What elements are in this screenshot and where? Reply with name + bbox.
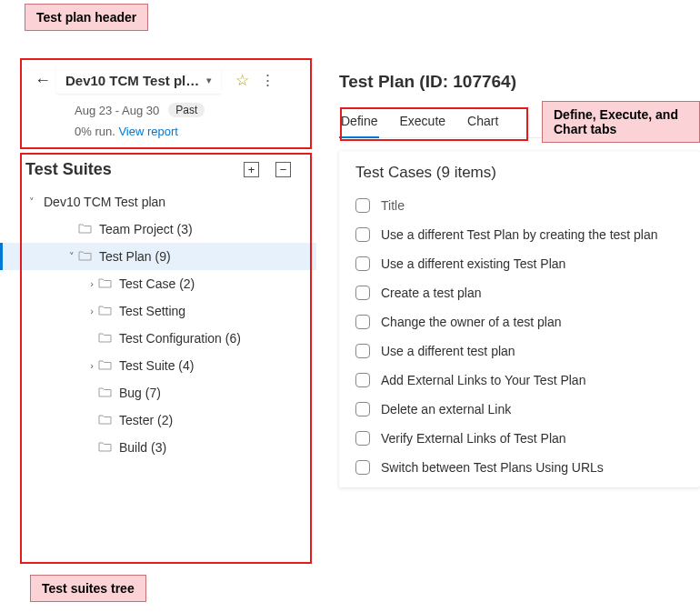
folder-icon (78, 249, 92, 264)
table-row[interactable]: Delete an external Link (339, 395, 700, 424)
table-row[interactable]: Use a different Test Plan by creating th… (339, 220, 700, 249)
folder-icon (98, 413, 112, 427)
case-title: Change the owner of a test plan (381, 315, 561, 329)
table-header-row: Title (339, 191, 700, 220)
folder-icon (98, 304, 112, 318)
tree-item[interactable]: ˅Test Plan (9) (0, 243, 316, 270)
tree-item-label: Bug (7) (119, 386, 161, 400)
table-row[interactable]: Use a different test plan (339, 336, 700, 366)
row-checkbox[interactable] (355, 402, 370, 416)
table-row[interactable]: Add External Links to Your Test Plan (339, 366, 700, 395)
run-percentage: 0% run. (75, 125, 115, 138)
test-suites-panel: Test Suites + − ˅ Dev10 TCM Test plan Te… (0, 155, 316, 461)
row-checkbox[interactable] (355, 227, 370, 242)
back-icon[interactable]: ← (35, 71, 51, 90)
chevron-down-icon: ▾ (206, 75, 212, 86)
row-checkbox[interactable] (355, 256, 370, 271)
tab-chart[interactable]: Chart (465, 106, 500, 137)
chevron-right-icon[interactable]: › (85, 278, 98, 289)
tree-item-label: Tester (2) (119, 413, 173, 427)
case-title: Use a different test plan (381, 344, 515, 358)
plan-title-label: Dev10 TCM Test pl… (65, 73, 199, 88)
favorite-icon[interactable]: ☆ (235, 71, 249, 90)
plan-title-dropdown[interactable]: Dev10 TCM Test pl… ▾ (56, 67, 221, 94)
tree-item[interactable]: Bug (7) (0, 379, 316, 406)
chevron-right-icon[interactable]: › (85, 306, 98, 316)
tree-root-label: Dev10 TCM Test plan (44, 195, 165, 209)
callout-tabs: Define, Execute, and Chart tabs (542, 101, 700, 143)
tree-item[interactable]: Team Project (3) (0, 216, 316, 243)
tab-execute[interactable]: Execute (397, 106, 447, 137)
row-checkbox[interactable] (355, 373, 370, 387)
tree-item[interactable]: ›Test Suite (4) (0, 352, 316, 379)
folder-icon (98, 276, 112, 291)
case-title: Add External Links to Your Test Plan (381, 373, 585, 387)
tree-item-label: Test Configuration (6) (119, 331, 241, 346)
case-title: Use a different existing Test Plan (381, 256, 565, 271)
folder-icon (98, 358, 112, 373)
tree-item-label: Test Suite (4) (119, 358, 194, 373)
table-row[interactable]: Verify External Links of Test Plan (339, 424, 700, 453)
collapse-all-button[interactable]: − (275, 162, 291, 177)
test-plan-header: ← Dev10 TCM Test pl… ▾ ☆ ⋮ Aug 23 - Aug … (0, 60, 316, 145)
chevron-down-icon: ˅ (25, 196, 38, 208)
expand-all-button[interactable]: + (244, 162, 259, 177)
folder-icon (98, 440, 112, 455)
case-title: Use a different Test Plan by creating th… (381, 227, 658, 242)
page-title: Test Plan (ID: 107764) (339, 72, 700, 92)
tree-item-label: Test Plan (9) (99, 249, 171, 264)
tree-item[interactable]: Tester (2) (0, 406, 316, 434)
plan-date-range: Aug 23 - Aug 30 (75, 104, 159, 117)
tree-item[interactable]: ›Test Case (2) (0, 270, 316, 297)
tree-item-label: Test Setting (119, 304, 185, 318)
case-title: Delete an external Link (381, 402, 511, 416)
chevron-right-icon[interactable]: › (85, 360, 98, 371)
tree-item[interactable]: Build (3) (0, 434, 316, 461)
folder-icon (98, 386, 112, 400)
tree-item-label: Team Project (3) (99, 222, 193, 236)
table-row[interactable]: Create a test plan (339, 278, 700, 307)
test-cases-card: Test Cases (9 items) Title Use a differe… (339, 151, 700, 487)
tree-item[interactable]: Test Configuration (6) (0, 325, 316, 352)
status-badge: Past (168, 103, 205, 117)
case-title: Create a test plan (381, 286, 482, 300)
view-report-link[interactable]: View report (118, 125, 178, 138)
chevron-down-icon[interactable]: ˅ (65, 251, 78, 263)
row-checkbox[interactable] (355, 344, 370, 358)
table-row[interactable]: Use a different existing Test Plan (339, 249, 700, 278)
test-cases-title: Test Cases (9 items) (339, 164, 700, 191)
case-title: Verify External Links of Test Plan (381, 431, 566, 446)
case-title: Switch between Test Plans Using URLs (381, 460, 604, 475)
row-checkbox[interactable] (355, 431, 370, 446)
table-row[interactable]: Change the owner of a test plan (339, 307, 700, 336)
tab-define[interactable]: Define (339, 106, 379, 137)
callout-header: Test plan header (25, 4, 148, 31)
more-icon[interactable]: ⋮ (260, 71, 275, 90)
row-checkbox[interactable] (355, 315, 370, 329)
tree-item[interactable]: ›Test Setting (0, 297, 316, 325)
tree-item-label: Build (3) (119, 440, 166, 455)
folder-icon (78, 222, 92, 236)
row-checkbox[interactable] (355, 460, 370, 475)
suites-title: Test Suites (25, 160, 112, 179)
callout-tree: Test suites tree (30, 575, 146, 602)
suites-tree: ˅ Dev10 TCM Test plan Team Project (3)˅T… (0, 188, 316, 461)
folder-icon (98, 331, 112, 346)
select-all-checkbox[interactable] (355, 198, 370, 213)
tree-root[interactable]: ˅ Dev10 TCM Test plan (0, 188, 316, 216)
row-checkbox[interactable] (355, 286, 370, 300)
tree-item-label: Test Case (2) (119, 276, 195, 291)
table-row[interactable]: Switch between Test Plans Using URLs (339, 453, 700, 482)
column-title: Title (381, 198, 405, 213)
